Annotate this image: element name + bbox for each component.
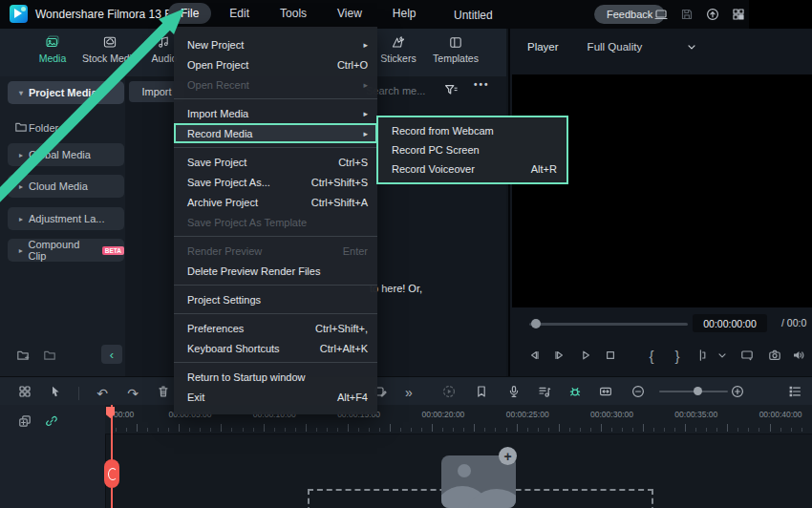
menubar-item-file[interactable]: File (168, 3, 211, 24)
upload-button[interactable] (705, 7, 720, 25)
menu-item-archive-project[interactable]: Archive ProjectCtrl+Shift+A (174, 192, 377, 212)
zoom-slider-handle[interactable] (694, 387, 702, 395)
play-button[interactable] (578, 348, 593, 363)
toolbar-divider (78, 387, 79, 400)
timeline-zoom-slider[interactable] (659, 391, 728, 392)
playhead[interactable] (111, 405, 113, 508)
voiceover-mic-button[interactable] (506, 384, 522, 402)
mark-out-button[interactable]: } (670, 348, 685, 363)
next-frame-button[interactable] (552, 348, 567, 363)
stop-button[interactable] (603, 348, 618, 363)
seek-track[interactable] (529, 323, 688, 326)
chevron-right-icon: ▸ (13, 246, 28, 255)
sidebar-item-project-media[interactable]: ▾Project Media (8, 81, 124, 104)
more-options-icon[interactable]: ••• (474, 79, 490, 90)
screen-mirror-button[interactable] (739, 348, 755, 363)
app-title: Wondershare Filmora 13 Beta (35, 8, 188, 21)
seek-handle[interactable] (531, 319, 541, 328)
track-height-icon (787, 384, 802, 399)
zoom-in-icon (730, 384, 745, 399)
submenu-arrow-icon: ▸ (363, 40, 368, 50)
menu-item-exit[interactable]: ExitAlt+F4 (174, 387, 377, 407)
zoom-in-button[interactable] (730, 384, 745, 402)
collapse-icon: ‹ (104, 347, 119, 362)
split-button[interactable] (694, 348, 709, 363)
menu-item-record-media[interactable]: Record Media▸ (174, 123, 377, 143)
zoom-out-button[interactable] (630, 384, 646, 402)
menu-item-save-project-as-[interactable]: Save Project As...Ctrl+Shift+S (174, 172, 377, 192)
render-preview-button[interactable] (441, 384, 457, 402)
link-clips-button[interactable] (44, 413, 59, 429)
menu-item-save-project[interactable]: Save ProjectCtrl+S (174, 152, 377, 172)
redo-button[interactable]: ↷ (125, 385, 140, 402)
tab-media-icon (45, 34, 60, 50)
audio-music-button[interactable] (537, 384, 552, 402)
media-footer: ‹ (0, 342, 125, 370)
track-height-button[interactable] (787, 384, 802, 402)
menubar-item-edit[interactable]: Edit (217, 3, 262, 24)
collapse-sidebar-button[interactable]: ‹ (101, 345, 122, 364)
current-timecode[interactable]: 00:00:00:00 (693, 314, 767, 332)
menu-item-import-media[interactable]: Import Media▸ (174, 103, 377, 123)
volume-button[interactable] (791, 348, 806, 363)
add-media-icon[interactable]: + (499, 447, 517, 465)
expand-more-button[interactable]: » (401, 384, 417, 401)
seek-bar: 00:00:00:00 / 00:0 (510, 313, 812, 334)
timeline-toolbar: ↶↷ » (0, 376, 812, 406)
menubar-item-view[interactable]: View (325, 3, 374, 24)
mark-in-button[interactable]: { (644, 348, 659, 363)
folder-button[interactable] (42, 348, 57, 366)
chevron-right-icon: ▸ (13, 151, 29, 159)
submenu-arrow-icon: ▸ (363, 129, 368, 138)
select-button[interactable] (48, 384, 63, 402)
add-track-button[interactable] (17, 413, 32, 429)
menu-item-delete-preview-render-files[interactable]: Delete Preview Render Files (174, 261, 377, 281)
sidebar-item-global-media[interactable]: ▸Global Media (8, 143, 124, 166)
menu-item-return-to-startup-window[interactable]: Return to Startup window (174, 367, 377, 387)
menu-item-new-project[interactable]: New Project▸ (174, 34, 377, 54)
tab-audio-icon (157, 34, 172, 50)
new-folder-button[interactable] (15, 348, 31, 366)
select-icon (48, 384, 63, 399)
sidebar-item-cloud-media[interactable]: ▸Cloud Media (8, 175, 124, 198)
snapshot-button[interactable] (767, 348, 782, 363)
menu-item-save-project-as-template[interactable]: Save Project As Template (174, 212, 377, 232)
fit-timeline-button[interactable] (598, 384, 613, 402)
menu-item-open-recent[interactable]: Open Recent▸ (174, 74, 377, 95)
menu-item-keyboard-shortcuts[interactable]: Keyboard ShortcutsCtrl+Alt+K (174, 338, 377, 358)
tab-templates[interactable]: Templates (425, 34, 486, 64)
expand-more-icon: » (401, 385, 417, 400)
prev-frame-button[interactable] (526, 348, 542, 363)
sidebar-item-adjustment-la-[interactable]: ▸Adjustment La... (8, 207, 124, 230)
tab-media[interactable]: Media (22, 34, 83, 64)
trash-button[interactable] (156, 384, 171, 402)
menu-item-open-project[interactable]: Open ProjectCtrl+O (174, 54, 377, 74)
submenu-item-record-pc-screen[interactable]: Record PC Screen (378, 140, 566, 159)
playhead-marker[interactable] (104, 459, 119, 488)
filter-icon[interactable] (443, 82, 459, 97)
document-title: Untitled (454, 9, 493, 22)
menu-item-render-preview[interactable]: Render PreviewEnter (174, 241, 377, 261)
menu-item-project-settings[interactable]: Project Settings (174, 289, 377, 309)
submenu-item-record-from-webcam[interactable]: Record from Webcam (378, 121, 566, 140)
save-button[interactable] (679, 7, 694, 25)
device-preview-button[interactable] (653, 7, 669, 25)
workspace-button[interactable] (731, 7, 746, 25)
device-preview-icon (653, 7, 669, 22)
submenu-item-record-voiceover[interactable]: Record VoiceoverAlt+R (378, 159, 566, 179)
quality-dropdown[interactable]: Full Quality (588, 39, 700, 54)
menu-item-preferences[interactable]: PreferencesCtrl+Shift+, (174, 318, 377, 338)
chevron-down-button[interactable] (715, 348, 730, 363)
apps-button[interactable] (17, 384, 32, 402)
marker-button[interactable] (474, 384, 489, 402)
workspace-icon (731, 7, 746, 22)
bug-button[interactable] (567, 384, 583, 402)
menubar-item-help[interactable]: Help (380, 3, 429, 24)
tab-stock-media[interactable]: Stock Media (79, 34, 140, 64)
menubar-item-tools[interactable]: Tools (267, 3, 319, 24)
sidebar-item-folder[interactable]: Folder (8, 116, 124, 139)
chevron-down-icon (684, 39, 699, 54)
sidebar-item-compound-clip[interactable]: ▸Compound ClipBETA (8, 239, 124, 262)
transport-controls: {} (510, 338, 812, 372)
undo-button[interactable]: ↶ (95, 385, 110, 402)
